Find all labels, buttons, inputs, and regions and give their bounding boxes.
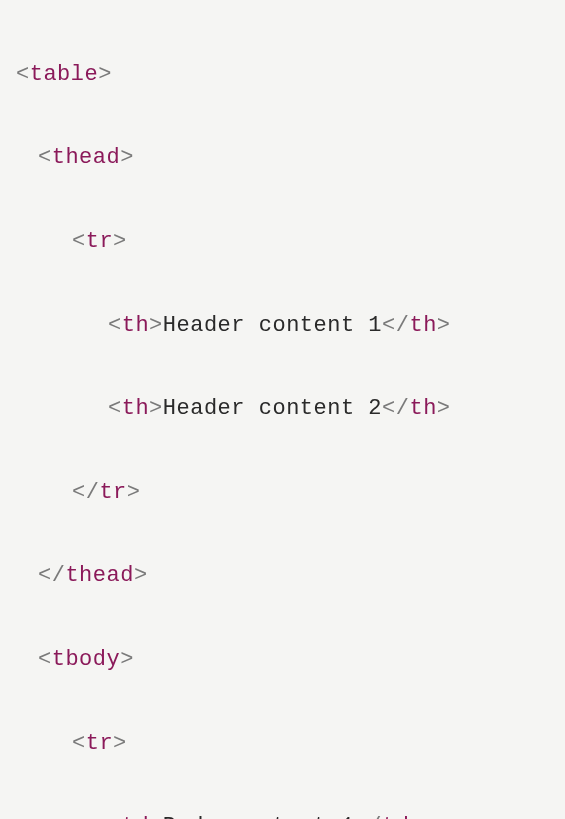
tag-tr-open: tr xyxy=(86,731,113,756)
close-bracket: > xyxy=(120,647,134,672)
tag-th-open: th xyxy=(122,313,149,338)
tag-th-open: th xyxy=(122,396,149,421)
close-bracket: > xyxy=(98,62,112,87)
open-bracket: < xyxy=(16,62,30,87)
code-line-3: <tr> xyxy=(16,221,549,263)
open-bracket: < xyxy=(108,313,122,338)
open-bracket: </ xyxy=(382,313,409,338)
open-bracket: </ xyxy=(72,480,99,505)
code-line-5: <th>Header content 2</th> xyxy=(16,388,549,430)
code-line-7: </thead> xyxy=(16,555,549,597)
tag-tr-open: tr xyxy=(86,229,113,254)
open-bracket: </ xyxy=(382,396,409,421)
close-bracket: > xyxy=(120,145,134,170)
code-line-10: <td>Body content 1</td> xyxy=(16,806,549,819)
open-bracket: </ xyxy=(355,814,382,819)
text-body1: Body content 1 xyxy=(163,814,355,819)
code-line-4: <th>Header content 1</th> xyxy=(16,305,549,347)
tag-tr-close: tr xyxy=(99,480,126,505)
code-line-6: </tr> xyxy=(16,472,549,514)
close-bracket: > xyxy=(149,814,163,819)
close-bracket: > xyxy=(134,563,148,588)
open-bracket: </ xyxy=(38,563,65,588)
tag-th-close: th xyxy=(409,313,436,338)
open-bracket: < xyxy=(38,647,52,672)
code-line-9: <tr> xyxy=(16,723,549,765)
close-bracket: > xyxy=(127,480,141,505)
tag-td-open: td xyxy=(122,814,149,819)
tag-thead-close: thead xyxy=(65,563,134,588)
close-bracket: > xyxy=(437,313,451,338)
code-line-2: <thead> xyxy=(16,137,549,179)
open-bracket: < xyxy=(108,396,122,421)
code-line-1: <table> xyxy=(16,54,549,96)
open-bracket: < xyxy=(108,814,122,819)
open-bracket: < xyxy=(38,145,52,170)
text-header1: Header content 1 xyxy=(163,313,382,338)
code-block: <table> <thead> <tr> <th>Header content … xyxy=(16,12,549,819)
open-bracket: < xyxy=(72,229,86,254)
close-bracket: > xyxy=(437,396,451,421)
close-bracket: > xyxy=(149,313,163,338)
tag-td-close: td xyxy=(382,814,409,819)
tag-thead-open: thead xyxy=(52,145,121,170)
open-bracket: < xyxy=(72,731,86,756)
close-bracket: > xyxy=(149,396,163,421)
tag-table-open: table xyxy=(30,62,99,87)
text-header2: Header content 2 xyxy=(163,396,382,421)
code-line-8: <tbody> xyxy=(16,639,549,681)
tag-th-close: th xyxy=(409,396,436,421)
close-bracket: > xyxy=(113,229,127,254)
close-bracket: > xyxy=(409,814,423,819)
close-bracket: > xyxy=(113,731,127,756)
tag-tbody-open: tbody xyxy=(52,647,121,672)
